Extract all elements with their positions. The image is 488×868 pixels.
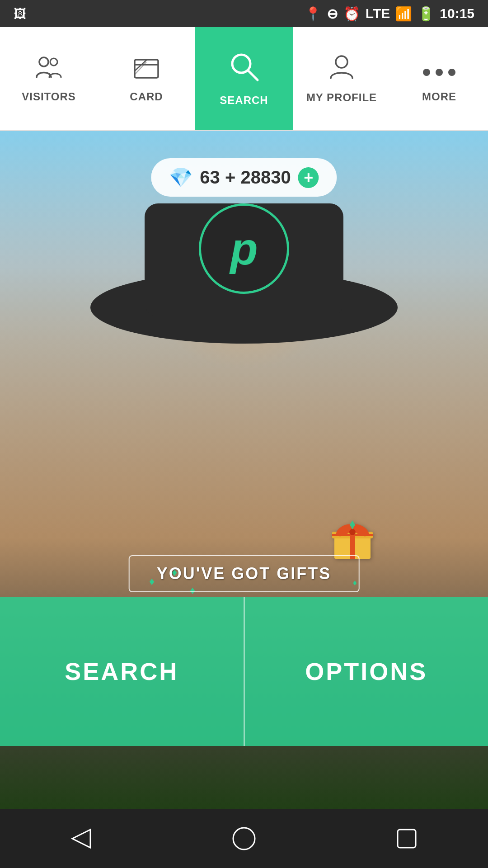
credits-amount: 63 + 28830	[200, 167, 291, 188]
nav-item-more[interactable]: MORE	[390, 27, 488, 130]
visitors-label: VISITORS	[22, 90, 76, 103]
center-logo: p	[199, 203, 289, 294]
plus-icon: +	[304, 168, 313, 187]
credits-badge[interactable]: 💎 63 + 28830 +	[151, 158, 337, 197]
more-icon	[421, 55, 457, 85]
visitors-icon	[36, 55, 62, 85]
home-button[interactable]	[226, 821, 262, 857]
search-button[interactable]: SEARCH	[0, 597, 245, 746]
nav-item-card[interactable]: CARD	[98, 27, 195, 130]
myprofile-icon	[328, 54, 355, 86]
more-label: MORE	[422, 90, 456, 103]
gift-notification[interactable]: YOU'VE GOT GIFTS	[129, 555, 360, 592]
svg-point-8	[448, 69, 455, 76]
options-button[interactable]: OPTIONS	[245, 597, 488, 746]
search-button-label: SEARCH	[65, 657, 178, 685]
logo-circle: p	[199, 203, 289, 294]
logo-letter: p	[230, 223, 258, 275]
minus-icon: ⊖	[327, 6, 338, 22]
action-buttons: SEARCH OPTIONS	[0, 597, 488, 746]
alarm-icon: ⏰	[343, 6, 360, 22]
svg-rect-21	[398, 830, 416, 848]
svg-point-7	[436, 69, 443, 76]
status-bar: 🖼 📍 ⊖ ⏰ LTE 📶 🔋 10:15	[0, 0, 488, 27]
myprofile-label: MY PROFILE	[306, 91, 377, 104]
svg-point-0	[39, 57, 48, 66]
status-bar-left: 🖼	[14, 6, 26, 21]
svg-point-17	[349, 529, 356, 535]
location-icon: 📍	[305, 6, 321, 22]
nav-bar: VISITORS CARD SEARCH MY	[0, 27, 488, 131]
svg-point-20	[233, 828, 255, 849]
options-button-label: OPTIONS	[305, 657, 427, 685]
nav-item-myprofile[interactable]: MY PROFILE	[293, 27, 390, 130]
svg-point-5	[336, 56, 347, 68]
add-credits-button[interactable]: +	[298, 167, 319, 188]
search-label: SEARCH	[220, 94, 268, 107]
svg-point-6	[423, 69, 430, 76]
nav-item-search[interactable]: SEARCH	[195, 27, 293, 130]
status-bar-right: 📍 ⊖ ⏰ LTE 📶 🔋 10:15	[305, 6, 474, 22]
signal-icon: 📶	[395, 6, 412, 22]
battery-icon: 🔋	[418, 6, 434, 22]
main-content: 💎 63 + 28830 + p ♦ ♦ ♦ ♦	[0, 131, 488, 809]
lte-label: LTE	[366, 6, 390, 21]
gift-text: YOU'VE GOT GIFTS	[157, 564, 332, 583]
diamond-icon: 💎	[169, 166, 192, 189]
bottom-nav	[0, 809, 488, 868]
photo-icon: 🖼	[14, 6, 26, 21]
svg-line-4	[248, 71, 258, 80]
clock: 10:15	[440, 6, 474, 21]
svg-point-1	[50, 58, 57, 66]
card-icon	[133, 55, 160, 85]
recents-button[interactable]	[389, 821, 425, 857]
svg-marker-19	[72, 830, 90, 848]
search-icon	[229, 51, 259, 89]
card-label: CARD	[130, 90, 163, 103]
nav-item-visitors[interactable]: VISITORS	[0, 27, 98, 130]
back-button[interactable]	[63, 821, 99, 857]
